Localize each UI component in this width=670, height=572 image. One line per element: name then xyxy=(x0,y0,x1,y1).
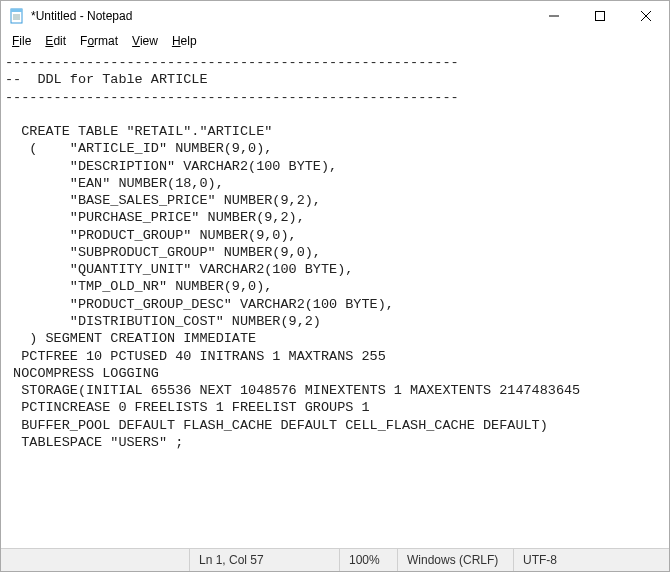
status-eol: Windows (CRLF) xyxy=(397,549,513,571)
menu-help[interactable]: Help xyxy=(165,32,204,50)
status-lncol: Ln 1, Col 57 xyxy=(189,549,339,571)
menubar: File Edit Format View Help xyxy=(1,31,669,51)
text-editor-area[interactable]: ----------------------------------------… xyxy=(1,51,669,548)
menu-view[interactable]: View xyxy=(125,32,165,50)
notepad-icon xyxy=(9,8,25,24)
menu-file[interactable]: File xyxy=(5,32,38,50)
minimize-button[interactable] xyxy=(531,1,577,31)
close-button[interactable] xyxy=(623,1,669,31)
status-encoding: UTF-8 xyxy=(513,549,669,571)
maximize-button[interactable] xyxy=(577,1,623,31)
window-controls xyxy=(531,1,669,31)
menu-format[interactable]: Format xyxy=(73,32,125,50)
status-spacer xyxy=(1,549,189,571)
window-title: *Untitled - Notepad xyxy=(31,9,531,23)
status-zoom: 100% xyxy=(339,549,397,571)
svg-rect-6 xyxy=(596,12,605,21)
titlebar: *Untitled - Notepad xyxy=(1,1,669,31)
statusbar: Ln 1, Col 57 100% Windows (CRLF) UTF-8 xyxy=(1,548,669,571)
menu-edit[interactable]: Edit xyxy=(38,32,73,50)
svg-rect-1 xyxy=(11,9,22,12)
